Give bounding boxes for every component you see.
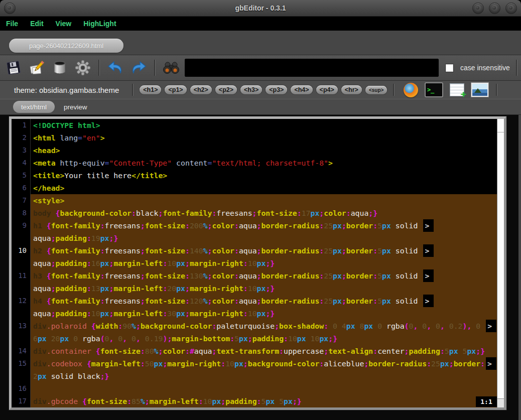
line-number	[12, 332, 31, 345]
editor-frame: 1<!DOCTYPE html>2<html lang="en">3<head>…	[9, 116, 506, 410]
code-line[interactable]: 17div.gbcode {font-size:85%;margin-left:…	[12, 395, 497, 407]
main-toolbar: case insensitive	[0, 55, 521, 81]
tag-button-p3[interactable]: <p3>	[266, 85, 287, 94]
case-insensitive-label: case insensitive	[460, 64, 510, 72]
line-number: 11	[12, 269, 31, 282]
clear-button[interactable]	[50, 57, 69, 78]
code-line[interactable]: 4<meta http-equiv="Content-Type" content…	[12, 157, 497, 169]
line-number: 5	[12, 169, 31, 182]
line-overflow-marker: >	[423, 269, 434, 282]
code-line[interactable]: 12h4 {font-family:freesans;font-size:120…	[12, 295, 497, 307]
code-line[interactable]: aqua;padding:16px;margin-left:10px;margi…	[12, 257, 497, 269]
settings-button[interactable]	[73, 57, 92, 78]
line-number	[12, 232, 31, 244]
tag-button-h4[interactable]: <h4>	[291, 85, 312, 94]
line-number: 3	[12, 144, 31, 157]
code-line[interactable]: 16	[12, 382, 497, 395]
redo-button[interactable]	[129, 57, 148, 78]
code-line[interactable]: aqua;padding:10px;margin-left:30px;margi…	[12, 307, 497, 320]
code-rows: 1<!DOCTYPE html>2<html lang="en">3<head>…	[12, 119, 497, 407]
tag-button-hr[interactable]: <hr>	[341, 85, 362, 94]
insert-image-button[interactable]	[470, 82, 490, 98]
tag-button-h2[interactable]: <h2>	[190, 85, 212, 94]
document-tab[interactable]: page-260402122609.html	[9, 39, 123, 53]
browser-preview-button[interactable]	[401, 82, 421, 98]
arrow-right-icon	[130, 60, 147, 75]
code-line[interactable]: 13div.polaroid {width:90%;background-col…	[12, 320, 497, 332]
code-line[interactable]: 8body {background-color:black;font-famil…	[12, 207, 497, 219]
code-line[interactable]: 10h2 {font-family:freesans;font-size:140…	[12, 244, 497, 257]
tab-preview[interactable]: preview	[64, 103, 87, 111]
menu-item-file[interactable]: File	[6, 20, 18, 28]
edit-button[interactable]	[27, 57, 46, 78]
tag-button-p2[interactable]: <p2>	[215, 85, 237, 94]
editor-region: 1<!DOCTYPE html>2<html lang="en">3<head>…	[0, 115, 521, 420]
title-bar[interactable]: gbEditor - 0.3.1	[0, 0, 521, 17]
tag-button-p1[interactable]: <p1>	[165, 85, 186, 94]
pencil-icon	[28, 60, 45, 76]
app-window: gbEditor - 0.3.1 FileEditViewHighLight p…	[0, 0, 521, 420]
image-icon	[471, 83, 488, 97]
line-number	[12, 307, 31, 320]
menu-bar: FileEditViewHighLight	[0, 17, 521, 31]
code-line[interactable]: 11h3 {font-family:freesans;font-size:130…	[12, 269, 497, 282]
terminal-icon: >_	[425, 82, 443, 97]
tag-button-sup[interactable]: <sup>	[365, 86, 387, 94]
line-number: 14	[12, 345, 31, 357]
code-line[interactable]: 2<html lang="en">	[12, 131, 497, 144]
document-tab-strip: page-260402122609.html	[0, 31, 521, 55]
code-line[interactable]: 6px 20px 0 rgba(0, 0, 0, 0.19);margin-bo…	[12, 332, 497, 345]
menu-item-view[interactable]: View	[56, 20, 72, 28]
line-overflow-marker: >	[423, 295, 434, 307]
line-number: 7	[12, 194, 31, 207]
maximize-button[interactable]	[489, 3, 500, 14]
search-button[interactable]	[162, 57, 181, 78]
line-overflow-marker: >	[423, 219, 434, 232]
code-line[interactable]: 6</head>	[12, 182, 497, 194]
code-line[interactable]: 1<!DOCTYPE html>	[12, 119, 497, 131]
tag-button-p4[interactable]: <p4>	[316, 85, 338, 94]
line-number	[12, 257, 31, 269]
bucket-icon	[52, 60, 68, 76]
line-overflow-marker: >	[486, 357, 496, 370]
code-line[interactable]: 7<style>	[12, 194, 497, 207]
save-button[interactable]	[4, 57, 23, 78]
code-line[interactable]: 5<title>Your title here</title>	[12, 169, 497, 182]
floppy-icon	[6, 60, 22, 76]
undo-button[interactable]	[106, 57, 125, 78]
minimize-button[interactable]	[472, 3, 484, 14]
arrow-left-icon	[107, 60, 124, 75]
line-number: 16	[12, 382, 31, 395]
code-line[interactable]: 15div.codebox {margin-left:50px;margin-r…	[12, 357, 497, 370]
code-line[interactable]: 2px solid black;}	[12, 370, 497, 382]
code-line[interactable]: aqua;padding:19px;}	[12, 232, 497, 244]
code-line[interactable]: 3<head>	[12, 144, 497, 157]
line-number: 4	[12, 157, 31, 169]
vertical-scrollbar[interactable]	[497, 119, 504, 407]
firefox-icon	[404, 83, 418, 97]
close-button[interactable]	[505, 3, 517, 14]
tab-text-html[interactable]: text/html	[13, 101, 55, 113]
theme-label: theme: obsidian.gambas.theme	[14, 86, 119, 94]
code-line[interactable]: aqua;padding:13px;margin-left:20px;margi…	[12, 282, 497, 295]
view-tab-bar: text/html preview	[0, 99, 521, 115]
tag-button-h1[interactable]: <h1>	[140, 85, 161, 94]
tag-button-h3[interactable]: <h3>	[240, 85, 262, 94]
terminal-button[interactable]: >_	[424, 82, 444, 98]
menu-item-highlight[interactable]: HighLight	[83, 20, 116, 28]
code-line[interactable]: 9h1 {font-family:freesans;font-size:200%…	[12, 219, 497, 232]
line-number: 10	[12, 244, 31, 257]
toolbar-separator	[132, 84, 134, 96]
line-number: 1	[12, 119, 31, 131]
insert-table-button[interactable]	[447, 82, 467, 98]
search-input[interactable]	[185, 59, 439, 77]
code-line[interactable]: 14div.container {font-size:80%;color:#aq…	[12, 345, 497, 357]
line-number	[12, 282, 31, 295]
menu-item-edit[interactable]: Edit	[30, 20, 43, 28]
line-number: 13	[12, 320, 31, 332]
toolbar-separator	[154, 60, 156, 76]
code-editor[interactable]: 1<!DOCTYPE html>2<html lang="en">3<head>…	[12, 119, 497, 407]
line-number: 2	[12, 131, 31, 144]
case-insensitive-checkbox[interactable]	[446, 64, 453, 72]
table-plus-icon	[450, 83, 464, 96]
